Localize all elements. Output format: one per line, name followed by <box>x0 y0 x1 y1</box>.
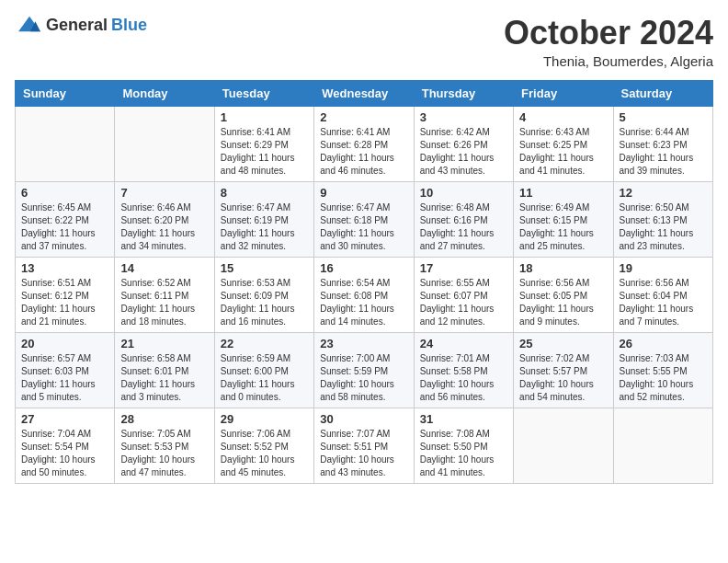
day-number: 1 <box>221 110 308 124</box>
day-info: Sunrise: 6:41 AM Sunset: 6:29 PM Dayligh… <box>221 126 308 178</box>
logo: GeneralBlue <box>15 15 147 35</box>
calendar-cell: 22Sunrise: 6:59 AM Sunset: 6:00 PM Dayli… <box>214 332 313 408</box>
day-number: 3 <box>420 110 507 124</box>
day-info: Sunrise: 6:57 AM Sunset: 6:03 PM Dayligh… <box>21 352 108 404</box>
header-thursday: Thursday <box>414 80 513 106</box>
day-number: 22 <box>221 337 308 350</box>
day-info: Sunrise: 6:45 AM Sunset: 6:22 PM Dayligh… <box>21 201 108 253</box>
week-row-3: 13Sunrise: 6:51 AM Sunset: 6:12 PM Dayli… <box>16 257 713 332</box>
day-info: Sunrise: 6:49 AM Sunset: 6:15 PM Dayligh… <box>519 201 607 253</box>
calendar-cell: 9Sunrise: 6:47 AM Sunset: 6:18 PM Daylig… <box>314 181 414 257</box>
day-number: 24 <box>420 337 507 350</box>
calendar-cell: 30Sunrise: 7:07 AM Sunset: 5:51 PM Dayli… <box>314 408 414 483</box>
calendar-cell <box>514 408 613 483</box>
calendar-cell: 28Sunrise: 7:05 AM Sunset: 5:53 PM Dayli… <box>115 408 214 483</box>
day-info: Sunrise: 6:59 AM Sunset: 6:00 PM Dayligh… <box>221 352 308 404</box>
day-info: Sunrise: 6:42 AM Sunset: 6:26 PM Dayligh… <box>420 126 507 178</box>
day-number: 12 <box>620 186 707 200</box>
calendar-cell: 7Sunrise: 6:46 AM Sunset: 6:20 PM Daylig… <box>115 181 214 257</box>
month-title: October 2024 <box>504 15 713 52</box>
day-number: 29 <box>221 412 308 426</box>
calendar-cell: 21Sunrise: 6:58 AM Sunset: 6:01 PM Dayli… <box>115 332 214 408</box>
header-wednesday: Wednesday <box>314 80 414 106</box>
day-number: 23 <box>320 337 407 350</box>
day-number: 9 <box>320 186 407 200</box>
day-info: Sunrise: 7:02 AM Sunset: 5:57 PM Dayligh… <box>519 352 607 404</box>
day-info: Sunrise: 6:41 AM Sunset: 6:28 PM Dayligh… <box>320 126 407 178</box>
calendar-cell: 26Sunrise: 7:03 AM Sunset: 5:55 PM Dayli… <box>613 332 712 408</box>
day-number: 8 <box>221 186 308 200</box>
header-monday: Monday <box>115 80 214 106</box>
day-info: Sunrise: 7:06 AM Sunset: 5:52 PM Dayligh… <box>221 428 308 479</box>
day-number: 16 <box>320 261 407 275</box>
calendar-cell: 19Sunrise: 6:56 AM Sunset: 6:04 PM Dayli… <box>613 257 712 332</box>
day-info: Sunrise: 6:46 AM Sunset: 6:20 PM Dayligh… <box>120 201 208 253</box>
calendar-cell: 6Sunrise: 6:45 AM Sunset: 6:22 PM Daylig… <box>16 181 115 257</box>
calendar-cell: 20Sunrise: 6:57 AM Sunset: 6:03 PM Dayli… <box>16 332 115 408</box>
day-info: Sunrise: 7:05 AM Sunset: 5:53 PM Dayligh… <box>120 428 208 479</box>
day-number: 6 <box>21 186 108 200</box>
title-block: October 2024 Thenia, Boumerdes, Algeria <box>504 15 713 69</box>
day-info: Sunrise: 7:07 AM Sunset: 5:51 PM Dayligh… <box>320 428 407 479</box>
day-number: 25 <box>519 337 607 350</box>
calendar-cell: 8Sunrise: 6:47 AM Sunset: 6:19 PM Daylig… <box>214 181 313 257</box>
page-header: GeneralBlue October 2024 Thenia, Boumerd… <box>15 15 713 69</box>
day-info: Sunrise: 7:04 AM Sunset: 5:54 PM Dayligh… <box>21 428 108 479</box>
calendar-cell: 4Sunrise: 6:43 AM Sunset: 6:25 PM Daylig… <box>514 106 613 181</box>
day-number: 31 <box>420 412 507 426</box>
week-row-5: 27Sunrise: 7:04 AM Sunset: 5:54 PM Dayli… <box>16 408 713 483</box>
calendar-cell: 24Sunrise: 7:01 AM Sunset: 5:58 PM Dayli… <box>414 332 513 408</box>
day-info: Sunrise: 6:47 AM Sunset: 6:18 PM Dayligh… <box>320 201 407 253</box>
day-number: 18 <box>519 261 607 275</box>
day-number: 15 <box>221 261 308 275</box>
day-info: Sunrise: 6:54 AM Sunset: 6:08 PM Dayligh… <box>320 277 407 328</box>
header-sunday: Sunday <box>16 80 115 106</box>
logo-text-general: General <box>46 16 108 35</box>
day-number: 14 <box>120 261 208 275</box>
day-number: 2 <box>320 110 407 124</box>
calendar-cell <box>613 408 712 483</box>
header-saturday: Saturday <box>613 80 712 106</box>
calendar-cell: 16Sunrise: 6:54 AM Sunset: 6:08 PM Dayli… <box>314 257 414 332</box>
calendar-cell: 17Sunrise: 6:55 AM Sunset: 6:07 PM Dayli… <box>414 257 513 332</box>
calendar-cell: 25Sunrise: 7:02 AM Sunset: 5:57 PM Dayli… <box>514 332 613 408</box>
week-row-4: 20Sunrise: 6:57 AM Sunset: 6:03 PM Dayli… <box>16 332 713 408</box>
day-number: 28 <box>120 412 208 426</box>
calendar-cell: 13Sunrise: 6:51 AM Sunset: 6:12 PM Dayli… <box>16 257 115 332</box>
header-friday: Friday <box>514 80 613 106</box>
day-info: Sunrise: 6:58 AM Sunset: 6:01 PM Dayligh… <box>120 352 208 404</box>
calendar-cell: 2Sunrise: 6:41 AM Sunset: 6:28 PM Daylig… <box>314 106 414 181</box>
calendar-table: SundayMondayTuesdayWednesdayThursdayFrid… <box>15 80 713 484</box>
day-number: 4 <box>519 110 607 124</box>
day-number: 19 <box>620 261 707 275</box>
calendar-cell: 31Sunrise: 7:08 AM Sunset: 5:50 PM Dayli… <box>414 408 513 483</box>
calendar-cell: 10Sunrise: 6:48 AM Sunset: 6:16 PM Dayli… <box>414 181 513 257</box>
calendar-header-row: SundayMondayTuesdayWednesdayThursdayFrid… <box>16 80 713 106</box>
week-row-1: 1Sunrise: 6:41 AM Sunset: 6:29 PM Daylig… <box>16 106 713 181</box>
logo-icon <box>17 15 42 35</box>
calendar-cell: 18Sunrise: 6:56 AM Sunset: 6:05 PM Dayli… <box>514 257 613 332</box>
calendar-cell: 29Sunrise: 7:06 AM Sunset: 5:52 PM Dayli… <box>214 408 313 483</box>
day-number: 30 <box>320 412 407 426</box>
day-info: Sunrise: 7:01 AM Sunset: 5:58 PM Dayligh… <box>420 352 507 404</box>
day-info: Sunrise: 6:53 AM Sunset: 6:09 PM Dayligh… <box>221 277 308 328</box>
calendar-cell: 11Sunrise: 6:49 AM Sunset: 6:15 PM Dayli… <box>514 181 613 257</box>
day-number: 27 <box>21 412 108 426</box>
day-info: Sunrise: 6:48 AM Sunset: 6:16 PM Dayligh… <box>420 201 507 253</box>
day-number: 7 <box>120 186 208 200</box>
calendar-cell: 14Sunrise: 6:52 AM Sunset: 6:11 PM Dayli… <box>115 257 214 332</box>
day-info: Sunrise: 7:08 AM Sunset: 5:50 PM Dayligh… <box>420 428 507 479</box>
logo-text-blue: Blue <box>111 16 147 35</box>
day-number: 13 <box>21 261 108 275</box>
day-info: Sunrise: 6:51 AM Sunset: 6:12 PM Dayligh… <box>21 277 108 328</box>
day-number: 26 <box>620 337 707 350</box>
location-title: Thenia, Boumerdes, Algeria <box>504 53 713 69</box>
day-number: 21 <box>120 337 208 350</box>
day-info: Sunrise: 7:03 AM Sunset: 5:55 PM Dayligh… <box>620 352 707 404</box>
day-number: 17 <box>420 261 507 275</box>
calendar-cell: 23Sunrise: 7:00 AM Sunset: 5:59 PM Dayli… <box>314 332 414 408</box>
day-info: Sunrise: 6:47 AM Sunset: 6:19 PM Dayligh… <box>221 201 308 253</box>
day-number: 10 <box>420 186 507 200</box>
day-number: 20 <box>21 337 108 350</box>
day-info: Sunrise: 6:55 AM Sunset: 6:07 PM Dayligh… <box>420 277 507 328</box>
